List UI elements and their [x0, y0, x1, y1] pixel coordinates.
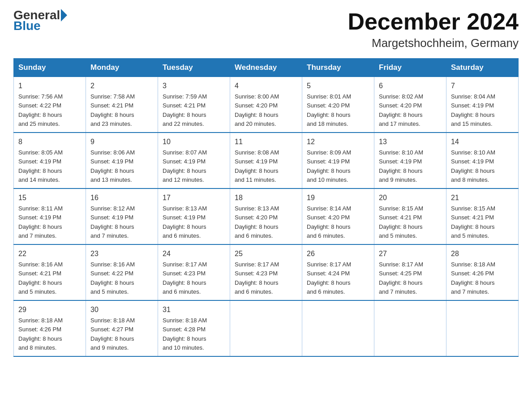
calendar-cell-day-11: 11 Sunrise: 8:08 AMSunset: 4:19 PMDaylig… [230, 133, 302, 188]
day-info: Sunrise: 8:14 AMSunset: 4:20 PMDaylight:… [307, 205, 351, 239]
calendar-cell-day-17: 17 Sunrise: 8:13 AMSunset: 4:19 PMDaylig… [158, 188, 230, 244]
day-info: Sunrise: 8:10 AMSunset: 4:19 PMDaylight:… [451, 149, 495, 183]
day-info: Sunrise: 8:15 AMSunset: 4:21 PMDaylight:… [451, 205, 495, 239]
day-number: 2 [90, 81, 153, 91]
calendar-cell-day-21: 21 Sunrise: 8:15 AMSunset: 4:21 PMDaylig… [446, 188, 519, 244]
day-number: 21 [451, 193, 514, 203]
calendar-cell-day-26: 26 Sunrise: 8:17 AMSunset: 4:24 PMDaylig… [302, 244, 374, 300]
calendar-week-row: 1 Sunrise: 7:56 AMSunset: 4:22 PMDayligh… [14, 77, 519, 133]
day-info: Sunrise: 8:17 AMSunset: 4:23 PMDaylight:… [163, 261, 207, 295]
day-number: 20 [379, 193, 442, 203]
calendar-cell-day-14: 14 Sunrise: 8:10 AMSunset: 4:19 PMDaylig… [446, 133, 519, 188]
month-title: December 2024 [348, 9, 519, 34]
calendar-cell-day-13: 13 Sunrise: 8:10 AMSunset: 4:19 PMDaylig… [374, 133, 446, 188]
day-number: 1 [18, 81, 81, 91]
day-number: 28 [451, 248, 514, 259]
day-info: Sunrise: 8:01 AMSunset: 4:20 PMDaylight:… [307, 93, 351, 127]
day-number: 5 [307, 81, 369, 91]
day-info: Sunrise: 8:04 AMSunset: 4:19 PMDaylight:… [451, 93, 495, 127]
calendar-cell-empty [302, 300, 374, 356]
day-number: 29 [18, 304, 81, 315]
day-info: Sunrise: 8:17 AMSunset: 4:25 PMDaylight:… [379, 261, 423, 295]
day-number: 22 [18, 248, 81, 259]
day-info: Sunrise: 8:16 AMSunset: 4:21 PMDaylight:… [18, 261, 63, 295]
day-info: Sunrise: 8:11 AMSunset: 4:19 PMDaylight:… [18, 205, 63, 239]
day-number: 16 [90, 193, 153, 203]
calendar-cell-day-19: 19 Sunrise: 8:14 AMSunset: 4:20 PMDaylig… [302, 188, 374, 244]
day-info: Sunrise: 8:05 AMSunset: 4:19 PMDaylight:… [18, 149, 63, 183]
calendar-week-row: 29 Sunrise: 8:18 AMSunset: 4:26 PMDaylig… [14, 300, 519, 356]
day-number: 9 [90, 137, 153, 147]
day-info: Sunrise: 8:13 AMSunset: 4:19 PMDaylight:… [163, 205, 207, 239]
day-info: Sunrise: 7:59 AMSunset: 4:21 PMDaylight:… [163, 93, 207, 127]
day-number: 19 [307, 193, 369, 203]
calendar-cell-day-3: 3 Sunrise: 7:59 AMSunset: 4:21 PMDayligh… [158, 77, 230, 133]
calendar-cell-day-2: 2 Sunrise: 7:58 AMSunset: 4:21 PMDayligh… [86, 77, 158, 133]
day-info: Sunrise: 8:02 AMSunset: 4:20 PMDaylight:… [379, 93, 423, 127]
col-header-sunday: Sunday [14, 59, 86, 77]
day-info: Sunrise: 8:12 AMSunset: 4:19 PMDaylight:… [90, 205, 135, 239]
day-number: 3 [163, 81, 225, 91]
location-title: Margetshochheim, Germany [348, 36, 519, 50]
calendar-cell-day-18: 18 Sunrise: 8:13 AMSunset: 4:20 PMDaylig… [230, 188, 302, 244]
col-header-monday: Monday [86, 59, 158, 77]
calendar-cell-day-31: 31 Sunrise: 8:18 AMSunset: 4:28 PMDaylig… [158, 300, 230, 356]
calendar-cell-empty [230, 300, 302, 356]
day-info: Sunrise: 8:00 AMSunset: 4:20 PMDaylight:… [235, 93, 279, 127]
calendar-cell-day-8: 8 Sunrise: 8:05 AMSunset: 4:19 PMDayligh… [14, 133, 86, 188]
day-number: 24 [163, 248, 225, 259]
day-info: Sunrise: 7:58 AMSunset: 4:21 PMDaylight:… [90, 93, 135, 127]
day-number: 18 [235, 193, 297, 203]
calendar-cell-day-25: 25 Sunrise: 8:17 AMSunset: 4:23 PMDaylig… [230, 244, 302, 300]
calendar-header-row: SundayMondayTuesdayWednesdayThursdayFrid… [14, 59, 519, 77]
day-number: 12 [307, 137, 369, 147]
calendar-week-row: 15 Sunrise: 8:11 AMSunset: 4:19 PMDaylig… [14, 188, 519, 244]
calendar-cell-day-9: 9 Sunrise: 8:06 AMSunset: 4:19 PMDayligh… [86, 133, 158, 188]
day-info: Sunrise: 8:16 AMSunset: 4:22 PMDaylight:… [90, 261, 135, 295]
col-header-friday: Friday [374, 59, 446, 77]
calendar-cell-day-30: 30 Sunrise: 8:18 AMSunset: 4:27 PMDaylig… [86, 300, 158, 356]
logo: General Blue [13, 9, 67, 32]
day-number: 15 [18, 193, 81, 203]
calendar-cell-day-1: 1 Sunrise: 7:56 AMSunset: 4:22 PMDayligh… [14, 77, 86, 133]
day-info: Sunrise: 8:17 AMSunset: 4:23 PMDaylight:… [235, 261, 279, 295]
day-info: Sunrise: 8:18 AMSunset: 4:26 PMDaylight:… [18, 317, 63, 351]
calendar-cell-day-24: 24 Sunrise: 8:17 AMSunset: 4:23 PMDaylig… [158, 244, 230, 300]
day-info: Sunrise: 7:56 AMSunset: 4:22 PMDaylight:… [18, 93, 63, 127]
calendar-cell-day-15: 15 Sunrise: 8:11 AMSunset: 4:19 PMDaylig… [14, 188, 86, 244]
calendar-cell-day-12: 12 Sunrise: 8:09 AMSunset: 4:19 PMDaylig… [302, 133, 374, 188]
calendar-cell-day-7: 7 Sunrise: 8:04 AMSunset: 4:19 PMDayligh… [446, 77, 519, 133]
day-number: 25 [235, 248, 297, 259]
logo-blue-text: Blue [13, 20, 67, 32]
title-block: December 2024 Margetshochheim, Germany [348, 9, 519, 50]
calendar-cell-empty [446, 300, 519, 356]
calendar-cell-day-23: 23 Sunrise: 8:16 AMSunset: 4:22 PMDaylig… [86, 244, 158, 300]
day-number: 26 [307, 248, 369, 259]
calendar-cell-day-10: 10 Sunrise: 8:07 AMSunset: 4:19 PMDaylig… [158, 133, 230, 188]
day-number: 6 [379, 81, 442, 91]
day-number: 27 [379, 248, 442, 259]
day-info: Sunrise: 8:17 AMSunset: 4:24 PMDaylight:… [307, 261, 351, 295]
calendar-cell-day-20: 20 Sunrise: 8:15 AMSunset: 4:21 PMDaylig… [374, 188, 446, 244]
calendar-table: SundayMondayTuesdayWednesdayThursdayFrid… [13, 58, 519, 357]
day-number: 10 [163, 137, 225, 147]
page-header: General Blue December 2024 Margetshochhe… [13, 9, 519, 50]
calendar-cell-day-27: 27 Sunrise: 8:17 AMSunset: 4:25 PMDaylig… [374, 244, 446, 300]
calendar-week-row: 8 Sunrise: 8:05 AMSunset: 4:19 PMDayligh… [14, 133, 519, 188]
day-number: 14 [451, 137, 514, 147]
day-info: Sunrise: 8:09 AMSunset: 4:19 PMDaylight:… [307, 149, 351, 183]
day-info: Sunrise: 8:18 AMSunset: 4:28 PMDaylight:… [163, 317, 207, 351]
day-number: 23 [90, 248, 153, 259]
day-number: 7 [451, 81, 514, 91]
day-info: Sunrise: 8:13 AMSunset: 4:20 PMDaylight:… [235, 205, 279, 239]
calendar-cell-day-4: 4 Sunrise: 8:00 AMSunset: 4:20 PMDayligh… [230, 77, 302, 133]
day-info: Sunrise: 8:15 AMSunset: 4:21 PMDaylight:… [379, 205, 423, 239]
day-number: 13 [379, 137, 442, 147]
calendar-cell-day-5: 5 Sunrise: 8:01 AMSunset: 4:20 PMDayligh… [302, 77, 374, 133]
day-number: 17 [163, 193, 225, 203]
day-info: Sunrise: 8:07 AMSunset: 4:19 PMDaylight:… [163, 149, 207, 183]
calendar-cell-day-22: 22 Sunrise: 8:16 AMSunset: 4:21 PMDaylig… [14, 244, 86, 300]
calendar-week-row: 22 Sunrise: 8:16 AMSunset: 4:21 PMDaylig… [14, 244, 519, 300]
col-header-tuesday: Tuesday [158, 59, 230, 77]
day-info: Sunrise: 8:18 AMSunset: 4:27 PMDaylight:… [90, 317, 135, 351]
